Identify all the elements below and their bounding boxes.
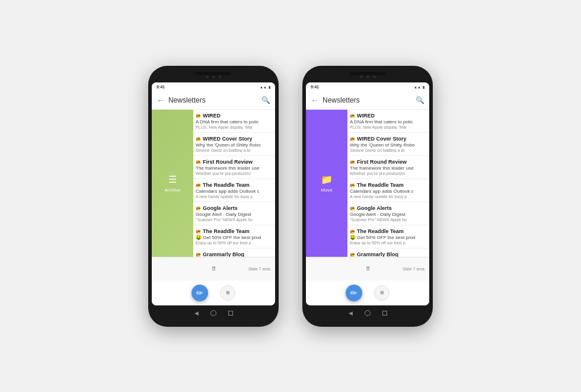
- preview-1-right: PLUS: New Apple display, 'Mar: [350, 125, 426, 129]
- subject-4-right: Calendars app adds Outlook c: [350, 189, 426, 194]
- sender-2-right: WIRED Cover Story: [357, 136, 426, 142]
- status-bar-left: 9:41 ▲▲ ▮: [152, 82, 275, 92]
- newsletter-icon-3-right: 📻: [350, 160, 355, 164]
- move-reveal: 📁 Move: [306, 110, 347, 257]
- bottom-bar-left: ⠿ Slide 7 ema: [152, 257, 275, 281]
- phone-move: 9:41 ▲▲ ▮ ← Newsletters 🔍 📁 Move: [302, 66, 433, 327]
- email-item-2-right[interactable]: 📻 WIRED Cover Story Why the 'Queen of Sh…: [347, 133, 429, 156]
- email-header-4-left: 📻 The Readdle Team: [196, 182, 272, 188]
- email-item-1-right[interactable]: 📻 WIRED A DNA firm that caters to polic …: [347, 110, 429, 133]
- phone-archive: 9:41 ▲▲ ▮ ← Newsletters 🔍 ☰ Archive: [148, 66, 279, 327]
- subject-5-left: Google Alert - Daily Digest: [196, 212, 272, 217]
- email-item-6-left[interactable]: 📻 The Readdle Team 🤑 Get 50% OFF the bes…: [193, 225, 275, 248]
- back-button-left[interactable]: ←: [157, 95, 165, 105]
- speaker-dot: [212, 75, 215, 78]
- grid-button-left[interactable]: ⊞: [220, 285, 235, 301]
- camera-dot-2: [219, 75, 222, 78]
- search-button-left[interactable]: 🔍: [261, 96, 270, 104]
- time-left: 9:41: [157, 85, 165, 89]
- archive-reveal: ☰ Archive: [152, 110, 193, 257]
- subject-2-right: Why the 'Queen of Shitty Robo: [350, 142, 426, 148]
- home-nav-left[interactable]: [210, 310, 216, 316]
- edit-icon-left: ✏: [196, 288, 203, 298]
- email-item-3-left[interactable]: 📻 First Round Review The framework this …: [193, 156, 275, 179]
- app-bar-left: ← Newsletters 🔍: [152, 92, 275, 110]
- screen-move: 9:41 ▲▲ ▮ ← Newsletters 🔍 📁 Move: [306, 82, 429, 305]
- dot-grid-icon-right: ⠿: [366, 266, 370, 272]
- email-item-7-left[interactable]: 📻 Grammarly Blog The 6 slang words from …: [193, 248, 275, 257]
- sender-5-right: Google Alerts: [357, 205, 426, 211]
- preview-2-right: Simone Giertz on battling a br: [350, 148, 426, 152]
- bottom-bar-right: ⠿ Slide 7 ema: [306, 257, 429, 281]
- move-icon: 📁: [321, 174, 333, 185]
- compose-button-right[interactable]: ✏: [346, 285, 362, 301]
- move-label: Move: [321, 187, 333, 193]
- apps-icon-right: ⊞: [380, 290, 384, 295]
- preview-3-left: Whether you're pre-product/m: [196, 171, 272, 176]
- back-button-right[interactable]: ←: [311, 95, 319, 105]
- email-item-4-right[interactable]: 📻 The Readdle Team Calendars app adds Ou…: [347, 179, 429, 202]
- newsletter-icon-6-right: 📻: [350, 229, 355, 234]
- wifi-icon: ▲▲: [260, 85, 267, 89]
- email-header-3-right: 📻 First Round Review: [350, 159, 426, 165]
- preview-6-left: Enjoy up to 50% off our best p: [196, 241, 272, 245]
- email-header-4-right: 📻 The Readdle Team: [350, 182, 426, 188]
- email-item-4-left[interactable]: 📻 The Readdle Team Calendars app adds Ou…: [193, 179, 275, 202]
- status-icons-left: ▲▲ ▮: [260, 85, 270, 89]
- newsletter-icon-7-left: 📻: [196, 252, 201, 257]
- email-header-1-right: 📻 WIRED: [350, 113, 426, 119]
- grid-button-right[interactable]: ⊞: [374, 285, 390, 301]
- preview-4-right: A new handy update for busy p: [350, 195, 426, 199]
- email-header-2-left: 📻 WIRED Cover Story: [196, 136, 272, 142]
- email-header-3-left: 📻 First Round Review: [196, 159, 272, 165]
- email-item-5-right[interactable]: 📻 Google Alerts Google Alert - Daily Dig…: [347, 202, 429, 225]
- sender-6-right: The Readdle Team: [357, 228, 426, 234]
- wifi-icon-right: ▲▲: [414, 85, 421, 89]
- back-nav-right[interactable]: ◀: [349, 310, 353, 316]
- newsletter-icon-1-right: 📻: [350, 113, 355, 118]
- newsletter-icon-2-left: 📻: [196, 136, 201, 141]
- email-items-right: 📻 WIRED A DNA firm that caters to polic …: [347, 110, 429, 257]
- email-header-7-left: 📻 Grammarly Blog: [196, 251, 272, 257]
- subject-6-left: 🤑 Get 50% OFF the best prod: [196, 235, 272, 240]
- email-header-6-left: 📻 The Readdle Team: [196, 228, 272, 234]
- email-header-7-right: 📻 Grammarly Blog: [350, 251, 426, 257]
- subject-5-right: Google Alert - Daily Digest: [350, 212, 426, 217]
- page-title-right: Newsletters: [323, 96, 412, 104]
- status-bar-right: 9:41 ▲▲ ▮: [306, 82, 429, 92]
- email-item-2-left[interactable]: 📻 WIRED Cover Story Why the 'Queen of Sh…: [193, 133, 275, 156]
- newsletter-icon-7-right: 📻: [350, 252, 355, 257]
- recents-nav-right[interactable]: [382, 311, 387, 315]
- sender-6-left: The Readdle Team: [203, 228, 272, 234]
- home-nav-right[interactable]: [365, 310, 371, 316]
- email-item-7-right[interactable]: 📻 Grammarly Blog The 6 slang words from …: [347, 248, 429, 257]
- slide-label-right: Slide 7 ema: [403, 267, 424, 271]
- email-item-6-right[interactable]: 📻 The Readdle Team 🤑 Get 50% OFF the bes…: [347, 225, 429, 248]
- speaker-dot-2: [366, 75, 369, 78]
- recents-nav-left[interactable]: [228, 311, 233, 315]
- newsletter-icon-1-left: 📻: [196, 113, 201, 118]
- compose-button-left[interactable]: ✏: [191, 285, 208, 301]
- search-button-right[interactable]: 🔍: [416, 96, 424, 104]
- email-header-2-right: 📻 WIRED Cover Story: [350, 136, 426, 142]
- subject-3-left: The framework this leader use: [196, 165, 272, 171]
- screen-archive: 9:41 ▲▲ ▮ ← Newsletters 🔍 ☰ Archive: [152, 82, 275, 305]
- phones-container: 9:41 ▲▲ ▮ ← Newsletters 🔍 ☰ Archive: [148, 66, 433, 327]
- back-nav-left[interactable]: ◀: [194, 310, 199, 316]
- email-item-1-left[interactable]: 📻 WIRED A DNA firm that caters to polic …: [193, 110, 275, 133]
- email-item-5-left[interactable]: 📻 Google Alerts Google Alert - Daily Dig…: [193, 202, 275, 225]
- fab-bar-left: ✏ ⊞: [152, 281, 275, 305]
- nav-bar-right: ◀: [349, 305, 387, 321]
- slide-label-left: Slide 7 ema: [248, 267, 270, 271]
- status-icons-right: ▲▲ ▮: [414, 85, 424, 89]
- subject-3-right: The framework this leader use: [350, 165, 426, 171]
- page-title-left: Newsletters: [168, 96, 258, 104]
- email-item-3-right[interactable]: 📻 First Round Review The framework this …: [347, 156, 429, 179]
- dot-grid-icon-left: ⠿: [212, 266, 216, 272]
- email-header-6-right: 📻 The Readdle Team: [350, 228, 426, 234]
- preview-5-left: "Scanner Pro" NEWS Apple ho: [196, 218, 272, 222]
- email-items-left: 📻 WIRED A DNA firm that caters to polic …: [193, 110, 275, 257]
- camera-dot-3: [360, 75, 363, 78]
- email-list-archive: ☰ Archive 📻 WIRED A DNA firm that caters…: [152, 110, 275, 257]
- sender-2-left: WIRED Cover Story: [203, 136, 272, 142]
